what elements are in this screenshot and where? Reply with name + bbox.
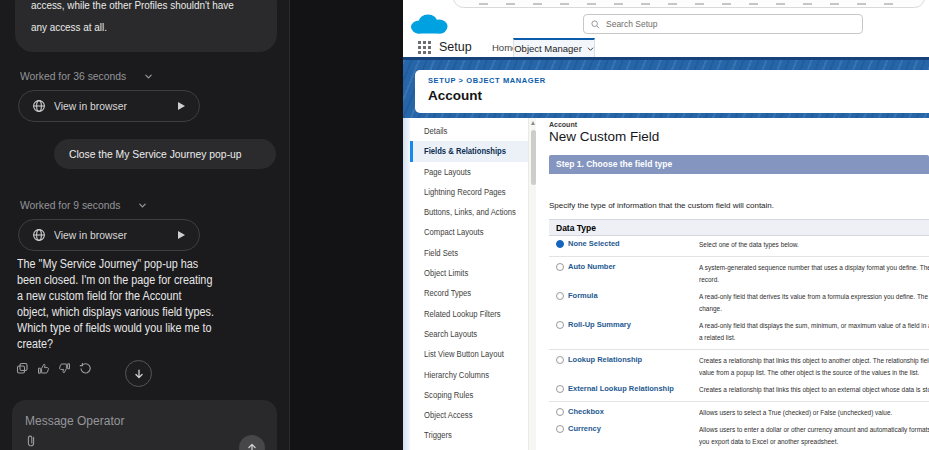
sidebar-item-field-sets[interactable]: Field Sets [410,243,528,263]
sidebar-scrollbar[interactable] [528,118,536,450]
step-header: Step 1. Choose the field type [549,155,929,174]
new-custom-field-main: Account New Custom Field Step 1. Choose … [536,118,929,450]
radio-lookup-relationship[interactable] [556,356,564,364]
radio-external-lookup-relationship[interactable] [556,385,564,393]
field-type-row-checkbox: Checkbox Allows users to select a True (… [549,401,929,421]
thumbs-down-icon[interactable] [58,362,71,375]
scrollbar-thumb[interactable] [531,130,536,185]
message-line: access, while the other Profiles shouldn… [31,0,234,16]
copy-icon[interactable] [16,362,29,375]
field-type-row-auto-number: Auto Number A system-generated sequence … [549,256,929,288]
play-icon [177,101,186,111]
sidebar-item-related-lookup-filters[interactable]: Related Lookup Filters [410,304,528,324]
object-manager-sidebar: Details Fields & Relationships Page Layo… [410,118,528,450]
sidebar-item-compact-layouts[interactable]: Compact Layouts [410,222,528,242]
user-message: Close the My Service Journey pop-up [54,139,276,169]
salesforce-browser-view: Setup Home Object Manager SETUP > OBJECT… [403,0,929,450]
view-in-browser-label: View in browser [54,100,127,112]
breadcrumb[interactable]: SETUP > OBJECT MANAGER [428,76,922,85]
sidebar-item-hierarchy-columns[interactable]: Hierarchy Columns [410,365,528,385]
screen: access, while the other Profiles shouldn… [0,0,929,450]
retry-history-icon[interactable] [79,362,92,375]
search-input[interactable] [606,19,855,29]
page-object-label: Account [549,121,929,128]
address-bar-url-fragment [479,3,901,5]
arrow-down-icon [133,368,145,380]
sidebar-item-object-access[interactable]: Object Access [410,405,528,425]
view-in-browser-button[interactable]: View in browser [18,219,200,251]
view-in-browser-button[interactable]: View in browser [18,90,200,122]
instruction-text: Specify the type of information that the… [549,201,929,210]
salesforce-cloud-logo-icon [407,10,451,38]
setup-banner: SETUP > OBJECT MANAGER Account [403,57,929,118]
radio-currency[interactable] [556,425,564,433]
field-type-row-formula: Formula A read-only field that derives i… [549,288,929,317]
sidebar-item-lightning-record-pages[interactable]: Lightning Record Pages [410,182,528,202]
field-type-row-external-lookup-relationship: External Lookup Relationship Creates a r… [549,381,929,398]
sidebar-item-search-layouts[interactable]: Search Layouts [410,324,528,344]
chevron-down-icon [587,46,594,52]
user-message-previous: access, while the other Profiles shouldn… [15,0,277,52]
page-title: New Custom Field [549,129,929,144]
send-button[interactable] [239,435,265,450]
arrow-up-icon [246,442,258,450]
sidebar-item-scoping-rules[interactable]: Scoping Rules [410,385,528,405]
chat-panel: access, while the other Profiles shouldn… [0,0,290,450]
chevron-down-icon [138,201,147,210]
sidebar-item-page-layouts[interactable]: Page Layouts [410,162,528,182]
worked-duration-disclosure[interactable]: Worked for 36 seconds [20,70,153,82]
globe-icon [32,99,46,113]
radio-auto-number[interactable] [556,263,564,271]
radio-checkbox[interactable] [556,408,564,416]
sidebar-item-fields-relationships[interactable]: Fields & Relationships [410,141,528,161]
object-header-card: SETUP > OBJECT MANAGER Account [415,70,929,113]
panel-gutter [291,0,403,450]
tab-object-manager[interactable]: Object Manager [513,38,595,57]
scroll-to-bottom-button[interactable] [125,360,152,387]
message-input[interactable] [25,414,264,428]
data-type-column-header: Data Type [549,219,929,236]
sidebar-item-details[interactable]: Details [410,121,528,141]
worked-duration-disclosure[interactable]: Worked for 9 seconds [20,199,147,211]
assistant-reply: The "My Service Journey" pop-up has been… [17,257,273,352]
app-launcher-waffle-icon[interactable] [418,41,431,54]
radio-formula[interactable] [556,292,564,300]
message-line: any access at all. [31,16,107,38]
scrollbar-up-arrow[interactable] [531,121,535,125]
browser-chrome-sliver [403,0,929,10]
play-icon [177,230,186,240]
worked-duration-label: Worked for 36 seconds [20,70,126,82]
object-title: Account [428,88,922,103]
field-type-row-lookup-relationship: Lookup Relationship Creates a relationsh… [549,349,929,381]
field-type-row-currency: Currency Allows users to enter a dollar … [549,421,929,450]
salesforce-global-header [403,10,929,38]
field-type-row-none-selected: None Selected Select one of the data typ… [549,236,929,253]
sidebar-item-list-view-button-layout[interactable]: List View Button Layout [410,344,528,364]
setup-app-label: Setup [439,38,472,57]
sidebar-item-triggers[interactable]: Triggers [410,425,528,445]
sidebar-item-record-types[interactable]: Record Types [410,283,528,303]
worked-duration-label: Worked for 9 seconds [20,199,120,211]
chevron-down-icon [144,72,153,81]
sidebar-item-object-limits[interactable]: Object Limits [410,263,528,283]
thumbs-up-icon[interactable] [37,362,50,375]
view-in-browser-label: View in browser [54,229,127,241]
object-manager-content: Details Fields & Relationships Page Layo… [403,118,929,450]
radio-none-selected[interactable] [556,240,564,248]
attachment-paperclip-icon[interactable] [25,434,38,448]
search-icon [591,20,600,29]
field-type-row-roll-up-summary: Roll-Up Summary A read-only field that d… [549,317,929,346]
globe-icon [32,228,46,242]
radio-roll-up-summary[interactable] [556,321,564,329]
setup-search-box[interactable] [583,14,863,34]
setup-tab-bar: Setup Home Object Manager [403,38,929,57]
message-composer [12,400,277,450]
message-actions [16,362,92,375]
sidebar-item-buttons-links-actions[interactable]: Buttons, Links, and Actions [410,202,528,222]
